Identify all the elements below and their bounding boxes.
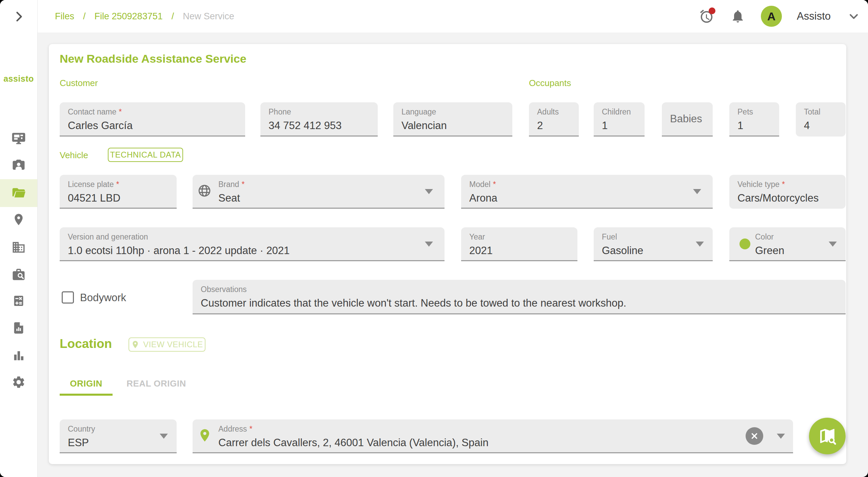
phone-field[interactable]: Phone 34 752 412 953 xyxy=(260,102,378,137)
fuel-select[interactable]: Fuel Gasoline xyxy=(594,227,713,261)
vehicle-type-value: Cars/Motorcycles xyxy=(737,192,818,204)
user-avatar[interactable]: A xyxy=(761,6,782,27)
address-field[interactable]: Address* Carrer dels Cavallers, 2, 46001… xyxy=(193,419,793,453)
user-name: Assisto xyxy=(797,10,831,22)
map-search-button[interactable] xyxy=(809,418,846,454)
babies-label: Babies xyxy=(670,102,702,136)
color-value: Green xyxy=(755,245,784,257)
country-select[interactable]: Country ESP xyxy=(60,419,177,453)
required-asterisk: * xyxy=(119,107,122,116)
required-asterisk: * xyxy=(249,424,252,433)
children-label: Children xyxy=(602,107,631,117)
children-field[interactable]: Children 1 xyxy=(594,102,645,137)
color-select[interactable]: Color Green xyxy=(729,227,846,261)
tab-real-origin[interactable]: REAL ORIGIN xyxy=(121,378,192,389)
sidebar-item-dashboard[interactable] xyxy=(0,125,37,152)
language-value: Valencian xyxy=(401,120,447,132)
address-value: Carrer dels Cavallers, 2, 46001 Valencia… xyxy=(218,437,489,449)
bodywork-label: Bodywork xyxy=(80,292,126,304)
adults-field[interactable]: Adults 2 xyxy=(529,102,579,137)
observations-field[interactable]: Observations Customer indicates that the… xyxy=(193,280,846,314)
technical-data-button[interactable]: TECHNICAL DATA xyxy=(108,148,183,162)
view-vehicle-button[interactable]: VIEW VEHICLE xyxy=(129,337,205,352)
dropdown-caret-icon xyxy=(696,242,704,247)
babies-field[interactable]: Babies xyxy=(662,102,713,137)
contact-badge-icon xyxy=(12,158,26,172)
tab-origin[interactable]: ORIGIN xyxy=(60,378,113,389)
dropdown-caret-icon xyxy=(425,242,433,247)
license-plate-field[interactable]: License plate* 04521 LBD xyxy=(60,175,177,209)
page-title: New Roadside Assistance Service xyxy=(60,52,246,65)
technical-data-button-label: TECHNICAL DATA xyxy=(110,150,181,160)
location-section-heading: Location xyxy=(60,337,112,351)
clear-address-button[interactable] xyxy=(746,427,763,445)
model-value: Arona xyxy=(469,192,497,204)
notifications-button[interactable] xyxy=(730,8,746,24)
close-icon xyxy=(750,432,759,440)
sidebar-item-files[interactable] xyxy=(0,179,37,207)
place-pin-icon xyxy=(131,340,140,349)
brand-value: Seat xyxy=(218,192,240,204)
calculator-icon xyxy=(12,294,25,308)
alarm-clock-button[interactable] xyxy=(698,8,715,24)
sidebar-expand-button[interactable] xyxy=(0,8,37,25)
pets-field[interactable]: Pets 1 xyxy=(729,102,779,137)
topbar-actions: A Assisto xyxy=(698,0,862,33)
bar-chart-icon xyxy=(12,349,25,362)
dropdown-caret-icon xyxy=(777,434,785,439)
dropdown-caret-icon xyxy=(829,242,837,247)
chevron-right-icon xyxy=(13,11,25,23)
phone-label: Phone xyxy=(269,107,291,117)
contact-name-value: Carles García xyxy=(68,120,133,132)
pets-value: 1 xyxy=(737,120,743,132)
sidebar-item-companies[interactable] xyxy=(0,234,37,261)
notification-badge xyxy=(709,7,715,14)
license-plate-value: 04521 LBD xyxy=(68,192,120,204)
customer-section-heading: Customer xyxy=(60,78,98,88)
bodywork-checkbox[interactable] xyxy=(62,291,74,304)
contact-name-label: Contact name* xyxy=(68,107,122,117)
new-service-card: New Roadside Assistance Service Customer… xyxy=(49,44,846,464)
sidebar-item-case-search[interactable] xyxy=(0,261,37,288)
version-select[interactable]: Version and generation 1.0 ecotsi 110hp … xyxy=(60,227,445,261)
adults-label: Adults xyxy=(537,107,559,117)
gear-icon xyxy=(12,375,26,389)
dropdown-caret-icon xyxy=(693,189,701,194)
breadcrumb-separator: / xyxy=(172,11,174,22)
topbar: Files / File 2509283751 / New Service A … xyxy=(37,0,868,33)
phone-value: 34 752 412 953 xyxy=(269,120,342,132)
globe-icon xyxy=(197,184,212,199)
required-asterisk: * xyxy=(241,180,244,189)
breadcrumb-file-link[interactable]: File 2509283751 xyxy=(95,11,163,22)
pets-label: Pets xyxy=(737,107,753,117)
sidebar-item-calculator[interactable] xyxy=(0,287,37,314)
chevron-down-icon xyxy=(848,11,860,22)
language-field[interactable]: Language Valencian xyxy=(393,102,512,137)
sidebar-item-locations[interactable] xyxy=(0,206,37,233)
sidebar-item-settings[interactable] xyxy=(0,369,37,396)
user-menu-button[interactable] xyxy=(846,8,862,24)
breadcrumb-current-page: New Service xyxy=(183,11,234,22)
total-value: 4 xyxy=(804,120,810,132)
model-select[interactable]: Model* Arona xyxy=(461,175,713,209)
children-value: 1 xyxy=(602,120,608,132)
sidebar-item-contacts[interactable] xyxy=(0,151,37,179)
observations-value: Customer indicates that the vehicle won'… xyxy=(201,297,626,309)
dropdown-caret-icon xyxy=(425,189,433,194)
license-plate-label: License plate* xyxy=(68,180,119,189)
year-field[interactable]: Year 2021 xyxy=(461,227,577,261)
model-label: Model* xyxy=(469,180,496,189)
map-search-icon xyxy=(818,427,837,445)
contact-name-field[interactable]: Contact name* Carles García xyxy=(60,102,245,137)
open-folder-icon xyxy=(11,186,26,201)
dropdown-caret-icon xyxy=(160,434,168,439)
place-pin-icon xyxy=(12,213,25,226)
sidebar-item-statistics[interactable] xyxy=(0,342,37,369)
app-window: assisto xyxy=(0,0,868,477)
sidebar-item-reports[interactable] xyxy=(0,314,37,341)
breadcrumb-files-link[interactable]: Files xyxy=(55,11,74,22)
building-icon xyxy=(12,240,26,254)
active-tab-indicator xyxy=(60,394,113,396)
view-vehicle-button-label: VIEW VEHICLE xyxy=(143,340,203,349)
brand-select[interactable]: Brand* Seat xyxy=(193,175,445,209)
